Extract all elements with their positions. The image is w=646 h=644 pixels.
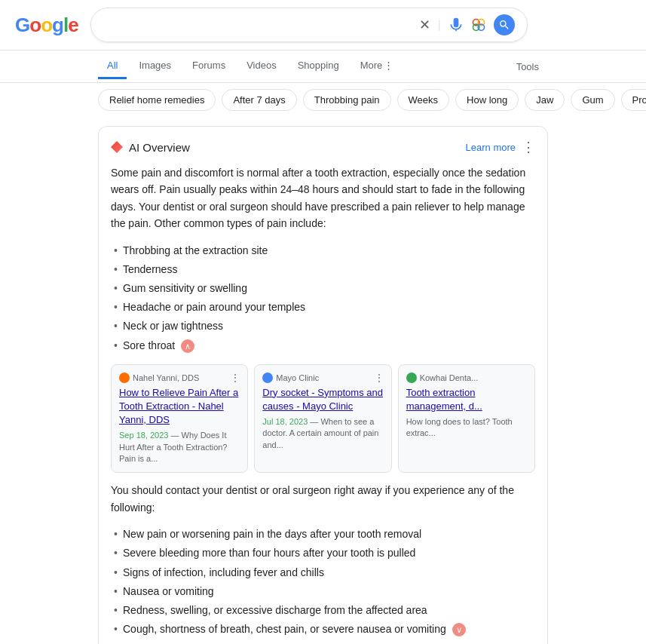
- chip-after7days[interactable]: After 7 days: [222, 89, 296, 111]
- source-icon-2: [406, 373, 417, 383]
- list-item: Throbbing at the extraction site: [123, 241, 535, 260]
- list-item: Cough, shortness of breath, chest pain, …: [123, 620, 535, 639]
- voice-icon[interactable]: [449, 17, 464, 32]
- nav-item-videos[interactable]: Videos: [237, 54, 286, 79]
- nav-item-more[interactable]: More⋮: [351, 54, 403, 79]
- source-icon-0: [119, 373, 130, 383]
- nav-item-shopping[interactable]: Shopping: [289, 54, 348, 79]
- expand-badge[interactable]: ∧: [181, 339, 194, 353]
- nav-item-images[interactable]: Images: [130, 54, 180, 79]
- source-meta-1: Jul 18, 2023 — When to see a doctor. A c…: [262, 416, 383, 451]
- chip-prolonged[interactable]: Prolonged: [621, 89, 646, 111]
- chips-row: Relief home remedies After 7 days Throbb…: [0, 83, 646, 117]
- header: Google tooth extraction pain ✕ |: [0, 0, 646, 51]
- source-card-0: Nahel Yanni, DDS ⋮ How to Relieve Pain A…: [111, 364, 248, 474]
- ai-overview-card: AI Overview Learn more ⋮ Some pain and d…: [98, 126, 548, 644]
- expand-badge-2[interactable]: ∨: [452, 623, 466, 636]
- chip-relief[interactable]: Relief home remedies: [98, 89, 216, 111]
- lens-icon[interactable]: [471, 17, 486, 32]
- source-card-1: Mayo Clinic ⋮ Dry socket - Symptoms and …: [254, 364, 391, 474]
- ai-intro-text: Some pain and discomfort is normal after…: [111, 164, 535, 232]
- contact-intro-text: You should contact your dentist or oral …: [111, 482, 535, 516]
- list-item: Severe bleeding more than four hours aft…: [123, 544, 535, 563]
- nav-bar: All Images Forums Videos Shopping More⋮ …: [0, 51, 646, 83]
- source-meta-0: Sep 18, 2023 — Why Does It Hurt After a …: [119, 430, 240, 465]
- nav-item-all[interactable]: All: [98, 54, 127, 79]
- chip-throbbing[interactable]: Throbbing pain: [303, 89, 391, 111]
- list-item: Redness, swelling, or excessive discharg…: [123, 601, 535, 620]
- list-item: Neck or jaw tightness: [123, 317, 535, 336]
- chip-gum[interactable]: Gum: [571, 89, 614, 111]
- source-name-1: Mayo Clinic: [276, 373, 319, 382]
- pain-types-list: Throbbing at the extraction site Tendern…: [111, 241, 535, 355]
- list-item: Sore throat ∧: [123, 336, 535, 355]
- list-item: Nausea or vomiting: [123, 582, 535, 601]
- ai-diamond-icon: [111, 141, 123, 153]
- source-name-0: Nahel Yanni, DDS: [133, 373, 199, 382]
- source-meta-2: How long does to last? Tooth extrac...: [406, 416, 527, 440]
- clear-icon[interactable]: ✕: [419, 17, 430, 33]
- ai-overview-header: AI Overview Learn more ⋮: [111, 139, 535, 155]
- source-title-1[interactable]: Dry socket - Symptoms and causes - Mayo …: [262, 386, 383, 413]
- google-logo: Google: [15, 14, 78, 37]
- list-item: New pain or worsening pain in the days a…: [123, 525, 535, 544]
- source-title-2[interactable]: Tooth extraction management, d...: [406, 386, 527, 413]
- search-bar: tooth extraction pain ✕ |: [90, 8, 528, 42]
- chip-howlong[interactable]: How long: [455, 89, 519, 111]
- learn-more-link[interactable]: Learn more: [466, 142, 516, 153]
- warning-list: New pain or worsening pain in the days a…: [111, 525, 535, 639]
- chip-jaw[interactable]: Jaw: [525, 89, 565, 111]
- nav-tools[interactable]: Tools: [507, 55, 548, 78]
- source-name-2: Kowhai Denta...: [420, 373, 479, 382]
- more-options-icon[interactable]: ⋮: [522, 139, 535, 155]
- search-button[interactable]: [494, 14, 515, 35]
- source-menu-1[interactable]: ⋮: [375, 373, 384, 383]
- nav-item-forums[interactable]: Forums: [183, 54, 234, 79]
- chip-weeks[interactable]: Weeks: [397, 89, 450, 111]
- source-card-2: Kowhai Denta... Tooth extraction managem…: [398, 364, 535, 474]
- list-item: Gum sensitivity or swelling: [123, 279, 535, 298]
- list-item: Tenderness: [123, 260, 535, 279]
- list-item: Signs of infection, including fever and …: [123, 563, 535, 582]
- source-menu-0[interactable]: ⋮: [231, 373, 240, 383]
- ai-overview-title: AI Overview: [129, 141, 190, 154]
- source-icon-1: [262, 373, 273, 383]
- source-cards-row: Nahel Yanni, DDS ⋮ How to Relieve Pain A…: [111, 364, 535, 474]
- source-title-0[interactable]: How to Relieve Pain After a Tooth Extrac…: [119, 386, 240, 428]
- search-icons: ✕ |: [419, 14, 515, 35]
- main-content: AI Overview Learn more ⋮ Some pain and d…: [0, 117, 646, 644]
- search-input[interactable]: tooth extraction pain: [103, 18, 412, 32]
- list-item: Headache or pain around your temples: [123, 298, 535, 317]
